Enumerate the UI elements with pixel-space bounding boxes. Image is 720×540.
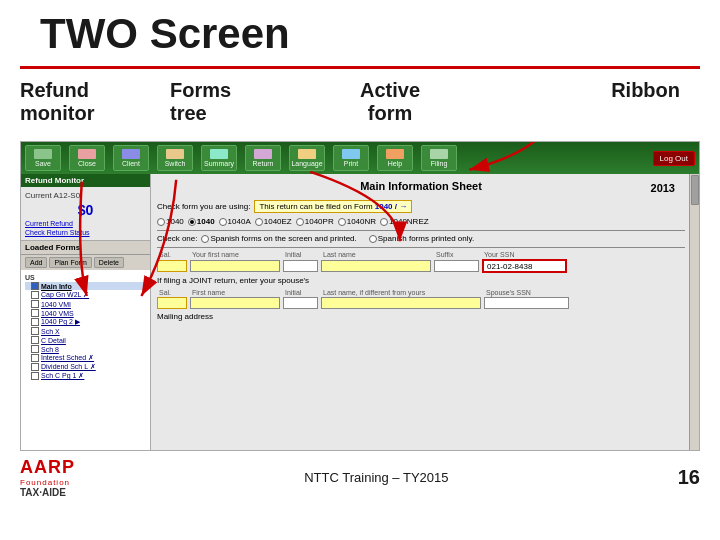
- toolbar-return-exit[interactable]: Return: [245, 145, 281, 171]
- spouse-last-name-input[interactable]: [321, 297, 481, 309]
- radio-1040pr[interactable]: 1040PR: [305, 217, 334, 226]
- toolbar-summary[interactable]: Summary: [201, 145, 237, 171]
- radio-1040nrez[interactable]: 1040NREZ: [389, 217, 429, 226]
- sal-col-header: Sal.: [159, 251, 189, 258]
- last-name2-col-header: Last name, if different from yours: [323, 289, 483, 296]
- list-item-1040-vmi[interactable]: 1040 VMI: [25, 300, 146, 308]
- current-refund-link[interactable]: Current Refund: [25, 220, 146, 227]
- first-name-input[interactable]: [190, 260, 280, 272]
- aarp-foundation: Foundation: [20, 478, 70, 487]
- spanish-screen-option[interactable]: Spanish forms on the screen and printed.: [210, 234, 356, 243]
- initial2-col-header: Initial: [285, 289, 320, 296]
- initial-input[interactable]: [283, 260, 318, 272]
- toolbar-language[interactable]: Language: [289, 145, 325, 171]
- list-item-1040-vms[interactable]: 1040 VMS: [25, 309, 146, 317]
- check-form-label: Check form you are using:: [157, 202, 250, 211]
- radio-1040ez[interactable]: 1040EZ: [264, 217, 292, 226]
- spouse-first-name-input[interactable]: [190, 297, 280, 309]
- list-item-dividend[interactable]: Dividend Sch L ✗: [25, 363, 146, 371]
- sal-input[interactable]: [157, 260, 187, 272]
- list-item-sch-8[interactable]: Sch 8: [25, 345, 146, 353]
- toolbar-save[interactable]: Save: [25, 145, 61, 171]
- screenshot-area: Save Close Client Switch Summary Return: [20, 141, 700, 451]
- label-active-form: Active form: [310, 79, 470, 133]
- plan-form-button[interactable]: Plan Form: [49, 257, 91, 268]
- radio-1040[interactable]: 1040: [197, 217, 215, 226]
- label-ribbon: Ribbon: [611, 79, 680, 133]
- refund-monitor-header: Refund Monitor: [21, 174, 150, 187]
- toolbar-close[interactable]: Close: [69, 145, 105, 171]
- return-filed-label: This return can be filed on Form: [259, 202, 372, 211]
- sal2-col-header: Sal.: [159, 289, 189, 296]
- current-a12: Current A12-S0: [25, 191, 146, 200]
- spanish-only-option[interactable]: Spanish forms printed only.: [378, 234, 474, 243]
- loaded-forms-header: Loaded Forms: [21, 241, 150, 255]
- list-item-cap-gn[interactable]: Cap Gn W2L ✗: [25, 291, 146, 299]
- logout-button[interactable]: Log Out: [653, 151, 695, 166]
- scrollbar[interactable]: [689, 174, 699, 450]
- toolbar-help[interactable]: Help: [377, 145, 413, 171]
- page-title: TWO Screen: [0, 0, 720, 66]
- label-refund-monitor: Refund monitor: [20, 79, 170, 133]
- list-item-c-detail[interactable]: C Detail: [25, 336, 146, 344]
- last-name-input[interactable]: [321, 260, 431, 272]
- sal2-input[interactable]: [157, 297, 187, 309]
- initial-col-header: Initial: [285, 251, 320, 258]
- radio-1040nr[interactable]: 1040NR: [347, 217, 376, 226]
- check-return-status-link[interactable]: Check Return Status: [25, 229, 146, 236]
- aarp-text: AARP: [20, 457, 75, 478]
- toolbar-print[interactable]: Print: [333, 145, 369, 171]
- radio-1040[interactable]: 1040: [166, 217, 184, 226]
- tax-aide-label: TAX·AIDE: [20, 487, 66, 498]
- suffix-col-header: Suffix: [436, 251, 481, 258]
- left-panel: Refund Monitor Current A12-S0 $0 Current…: [21, 174, 151, 450]
- spouse-initial-input[interactable]: [283, 297, 318, 309]
- last-name-col-header: Last name: [323, 251, 433, 258]
- mailing-address-label: Mailing address: [157, 312, 213, 321]
- delete-form-button[interactable]: Delete: [94, 257, 124, 268]
- toolbar-client[interactable]: Client: [113, 145, 149, 171]
- list-item-sch-c[interactable]: Sch C Pg 1 ✗: [25, 372, 146, 380]
- first-name2-col-header: First name: [192, 289, 282, 296]
- joint-label: If filing a JOINT return, enter your spo…: [157, 276, 309, 285]
- radio-1040a[interactable]: 1040A: [228, 217, 251, 226]
- first-name-col-header: Your first name: [192, 251, 282, 258]
- add-form-button[interactable]: Add: [25, 257, 47, 268]
- spouse-ssn-col-header: Spouse's SSN: [486, 289, 571, 296]
- form-year: 2013: [651, 182, 675, 194]
- refund-amount: $0: [25, 202, 146, 218]
- nttc-training: NTTC Training – TY2015: [304, 470, 448, 485]
- list-item-sch-x[interactable]: Sch X: [25, 327, 146, 335]
- return-filed-value: 1040 / →: [375, 202, 407, 211]
- ssn-col-header: Your SSN: [484, 251, 569, 258]
- aarp-logo: AARP Foundation TAX·AIDE: [20, 457, 75, 498]
- check-one-label: Check one:: [157, 234, 197, 243]
- bottom-bar: AARP Foundation TAX·AIDE NTTC Training –…: [0, 453, 720, 502]
- toolbar-switch[interactable]: Switch: [157, 145, 193, 171]
- list-item-interest-sched[interactable]: Interest Sched ✗: [25, 354, 146, 362]
- page-number: 16: [678, 466, 700, 489]
- software-toolbar: Save Close Client Switch Summary Return: [21, 142, 699, 174]
- toolbar-filing[interactable]: Filing: [421, 145, 457, 171]
- label-forms-tree: Forms tree: [170, 79, 310, 133]
- forms-section-us: US: [25, 274, 146, 281]
- spouse-ssn-input[interactable]: [484, 297, 569, 309]
- scrollbar-thumb[interactable]: [691, 175, 699, 205]
- form-title: Main Information Sheet: [360, 180, 482, 192]
- suffix-input[interactable]: [434, 260, 479, 272]
- ssn-input[interactable]: 021-02-8438: [482, 259, 567, 273]
- right-panel: Main Information Sheet 2013 Check form y…: [151, 174, 699, 450]
- list-item-1040-pg2[interactable]: 1040 Pg 2 ▶: [25, 318, 146, 326]
- list-item-main-info[interactable]: Main Info: [25, 282, 146, 290]
